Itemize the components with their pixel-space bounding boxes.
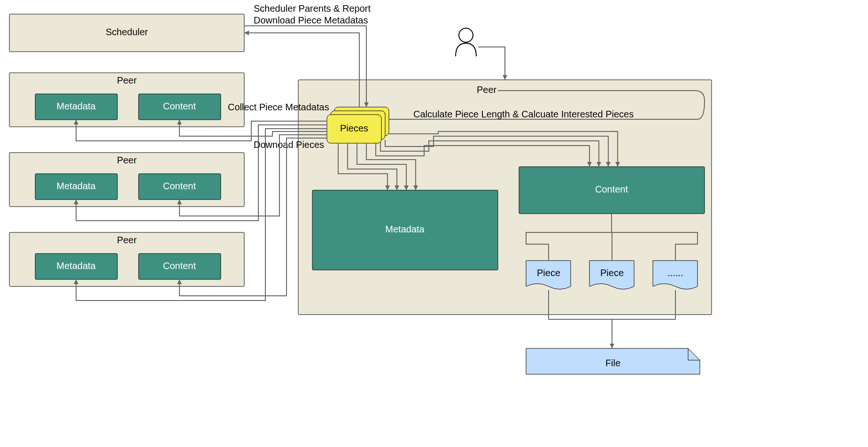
label-scheduler-report: Scheduler Parents & Report [254,3,371,14]
metadata-box: Metadata [56,181,96,191]
pieces-label: Pieces [340,123,368,133]
svg-text:Piece: Piece [537,268,560,278]
content-box: Content [163,101,196,111]
arrow-user-to-peer [478,47,505,80]
svg-text:Piece: Piece [600,268,624,278]
scheduler-title: Scheduler [106,27,148,37]
label-download-piece-meta: Download Piece Metadatas [254,15,368,25]
peer-title: Peer [117,235,137,245]
label-calculate: Calculate Piece Length & Calcuate Intere… [413,109,634,119]
peer-box-2: Peer Metadata Content [9,232,244,286]
metadata-box: Metadata [56,101,96,111]
content-box: Content [163,261,196,271]
diagram-canvas: Scheduler Peer Metadata Content Peer Met… [0,0,723,380]
peer-title: Peer [477,85,497,95]
label-download-pieces: Downoad Pieces [254,139,324,150]
svg-point-16 [459,28,473,42]
scheduler-box: Scheduler [9,14,244,52]
peer-box-0: Peer Metadata Content [9,73,244,127]
label-collect: Collect Piece Metadatas [228,102,329,112]
content-label: Content [595,184,628,194]
content-box: Content [163,181,196,191]
file-label: File [605,358,620,368]
user-icon [456,28,476,56]
metadata-label: Metadata [385,224,425,234]
svg-text:......: ...... [667,268,683,278]
peer-box-1: Peer Metadata Content [9,153,244,207]
main-content-box: Content [519,167,705,214]
pieces-stack: Pieces [327,107,389,143]
main-metadata-box: Metadata [312,190,498,270]
metadata-box: Metadata [56,261,96,271]
file-box: File [526,348,700,374]
peer-title: Peer [117,75,137,85]
peer-title: Peer [117,155,137,165]
